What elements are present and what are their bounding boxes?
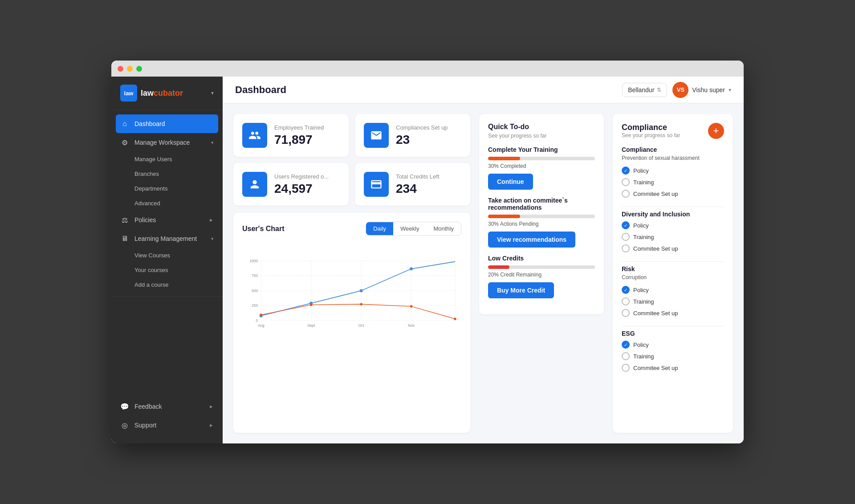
- sidebar-item-your-courses[interactable]: Your courses: [111, 263, 223, 277]
- section-sub: Prevention of sexual harassment: [622, 155, 724, 161]
- section-sub: Corruption: [622, 274, 724, 280]
- compliances-icon: [364, 123, 389, 148]
- compliance-header: Compliance See your progress so far +: [622, 123, 724, 139]
- compliance-section-0: Compliance Prevention of sexual harassme…: [622, 146, 724, 199]
- compliance-item: Training: [622, 176, 724, 188]
- compliance-section-2: Risk Corruption ✓ Policy Training Com: [622, 265, 724, 319]
- chevron-down-icon: ▾: [211, 236, 214, 242]
- compliance-item: ✓ Policy: [622, 219, 724, 231]
- topbar: Dashboard Bellandur ⇅ VS Vishu super ▾: [223, 77, 744, 103]
- user-menu[interactable]: VS Vishu super ▾: [672, 82, 731, 98]
- stat-info-credits: Total Credits Left 234: [396, 173, 440, 196]
- branch-name: Bellandur: [628, 86, 654, 93]
- compliance-section-3: ESG ✓ Policy Training Commitee Set up: [622, 330, 724, 374]
- todo-card: Quick To-do See your progress so far Com…: [479, 114, 604, 314]
- tab-daily[interactable]: Daily: [366, 222, 393, 235]
- training-progress-fill: [488, 157, 520, 160]
- check-done-icon: ✓: [622, 167, 630, 175]
- svg-text:Sept: Sept: [307, 323, 315, 328]
- compliance-item: Commitee Set up: [622, 307, 724, 319]
- stat-value: 234: [396, 182, 440, 196]
- section-divider: [622, 261, 724, 262]
- stat-card-employees: Employees Trained 71,897: [233, 114, 349, 157]
- compliance-panel: Compliance See your progress so far + Co…: [613, 114, 733, 433]
- tab-monthly[interactable]: Monthly: [426, 222, 461, 235]
- svg-point-27: [454, 317, 456, 320]
- svg-text:Nov: Nov: [408, 323, 415, 328]
- logo: law lawcubator ▾: [111, 77, 223, 110]
- compliance-item: ✓ Policy: [622, 284, 724, 296]
- titlebar: [111, 61, 744, 77]
- compliance-item: ✓ Policy: [622, 339, 724, 350]
- sidebar-item-add-course[interactable]: Add a course: [111, 277, 223, 292]
- compliance-section-1: Diversity and Inclusion ✓ Policy Trainin…: [622, 211, 724, 254]
- credits-icon: [364, 172, 389, 197]
- stat-card-compliances: Compliances Set up 23: [355, 114, 470, 157]
- sidebar-item-label: Manage Workspace: [134, 139, 190, 146]
- check-pending-icon: [622, 364, 630, 372]
- recommendations-progress-fill: [488, 215, 520, 218]
- maximize-dot[interactable]: [136, 66, 142, 72]
- chevron-right-icon: ►: [209, 404, 214, 409]
- section-title: Diversity and Inclusion: [622, 211, 724, 218]
- sidebar-item-learning-management[interactable]: 🖥 Learning Management ▾: [111, 229, 223, 248]
- sidebar-item-departments[interactable]: Departments: [111, 181, 223, 196]
- close-dot[interactable]: [118, 66, 123, 72]
- todo-section-recommendations: Take action on commitee`s recommendation…: [488, 197, 595, 248]
- svg-point-22: [410, 267, 413, 270]
- sidebar-item-feedback[interactable]: 💬 Feedback ►: [111, 397, 223, 416]
- logo-icon: law: [120, 85, 137, 102]
- stat-label: Total Credits Left: [396, 173, 440, 180]
- section-title: Risk: [622, 265, 724, 272]
- stat-value: 71,897: [274, 133, 324, 147]
- sidebar-item-manage-workspace[interactable]: ⚙ Manage Workspace ▾: [111, 133, 223, 152]
- stat-value: 24,597: [274, 182, 329, 196]
- svg-point-26: [410, 305, 413, 308]
- training-progress-bar: [488, 157, 595, 160]
- svg-text:0: 0: [256, 318, 258, 323]
- tab-weekly[interactable]: Weekly: [393, 222, 426, 235]
- add-compliance-button[interactable]: +: [708, 123, 724, 139]
- compliance-item: Commitee Set up: [622, 243, 724, 254]
- compliance-item: Commitee Set up: [622, 188, 724, 199]
- view-recommendations-button[interactable]: View recommendations: [488, 232, 575, 248]
- sidebar-item-support[interactable]: ◎ Support ►: [111, 416, 223, 435]
- sidebar-collapse-icon[interactable]: ▾: [211, 90, 214, 96]
- todo-section-title: Complete Your Training: [488, 146, 595, 153]
- sidebar-bottom: 💬 Feedback ► ◎ Support ►: [111, 393, 223, 443]
- sidebar-item-view-courses[interactable]: View Courses: [111, 248, 223, 263]
- sidebar-item-manage-users[interactable]: Manage Users: [111, 152, 223, 167]
- branch-selector[interactable]: Bellandur ⇅: [622, 83, 667, 97]
- training-progress-label: 30% Completed: [488, 163, 595, 169]
- sidebar-item-advanced[interactable]: Advanced: [111, 196, 223, 211]
- logo-text: lawcubator: [141, 89, 183, 98]
- svg-point-24: [310, 304, 313, 306]
- compliance-item: Training: [622, 296, 724, 307]
- stat-label: Users Registered o...: [274, 173, 329, 180]
- learning-icon: 🖥: [120, 234, 129, 243]
- stat-info-users: Users Registered o... 24,597: [274, 173, 329, 196]
- sidebar-item-branches[interactable]: Branches: [111, 167, 223, 181]
- todo-section-credits: Low Credits 20% Credit Remaining Buy Mor…: [488, 255, 595, 298]
- user-chevron-icon: ▾: [729, 87, 731, 93]
- left-panel: Employees Trained 71,897 Compliances Set…: [233, 114, 470, 433]
- svg-text:750: 750: [252, 273, 258, 278]
- app-window: law lawcubator ▾ ⌂ Dashboard ⚙ Manage Wo…: [111, 61, 744, 443]
- check-pending-icon: [622, 309, 630, 317]
- check-done-icon: ✓: [622, 221, 630, 229]
- compliance-subtitle: See your progress so far: [622, 132, 680, 138]
- users-icon: [242, 172, 267, 197]
- chart-header: User's Chart Daily Weekly Monthly: [242, 222, 461, 236]
- chevron-right-icon: ►: [209, 423, 214, 428]
- sidebar-item-policies[interactable]: ⚖ Policies ►: [111, 211, 223, 229]
- minimize-dot[interactable]: [127, 66, 133, 72]
- sidebar-item-dashboard[interactable]: ⌂ Dashboard: [116, 114, 218, 133]
- svg-text:250: 250: [252, 303, 258, 308]
- continue-button[interactable]: Continue: [488, 174, 533, 190]
- stat-card-credits: Total Credits Left 234: [355, 163, 470, 206]
- home-icon: ⌂: [120, 119, 129, 128]
- compliance-item: Training: [622, 231, 724, 243]
- todo-section-title: Low Credits: [488, 255, 595, 262]
- sidebar: law lawcubator ▾ ⌂ Dashboard ⚙ Manage Wo…: [111, 77, 223, 443]
- buy-credits-button[interactable]: Buy More Credit: [488, 282, 554, 298]
